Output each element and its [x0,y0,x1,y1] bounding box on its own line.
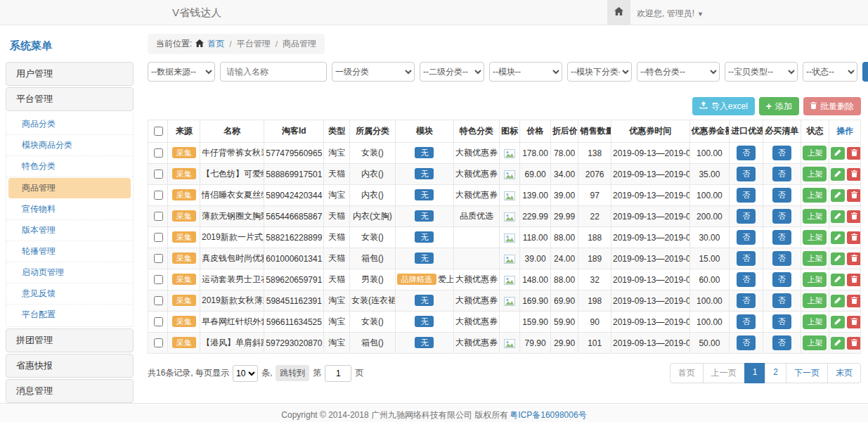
status-button[interactable]: 上架 [803,314,827,329]
jump-to-button[interactable]: 跳转到 [276,365,309,381]
filter-select-feature[interactable]: --特色分类-- [637,62,720,82]
sidebar-item[interactable]: 模块商品分类 [6,135,133,156]
pager-button[interactable]: 末页 [827,363,861,383]
sidebar-item[interactable]: 宣传物料 [6,199,133,220]
import-excel-button[interactable]: 导入excel [692,97,755,115]
status-button[interactable]: 上架 [803,335,827,350]
delete-button[interactable] [847,274,860,286]
edit-button[interactable] [831,147,845,160]
per-page-select[interactable]: 10 [233,365,258,382]
import-select-toggle[interactable]: 否 [737,146,756,160]
sidebar-section[interactable]: 消息管理 [6,379,134,403]
edit-button[interactable] [831,252,845,265]
row-checkbox[interactable] [154,233,163,242]
must-buy-toggle[interactable]: 否 [772,167,791,181]
import-select-toggle[interactable]: 否 [737,314,756,329]
filter-select-module[interactable]: --模块-- [489,62,562,82]
sidebar-item[interactable]: 意见反馈 [6,283,133,305]
icp-link[interactable]: 粤ICP备16098006号 [510,409,586,421]
select-all-checkbox[interactable] [154,127,163,136]
must-buy-toggle[interactable]: 否 [772,230,791,245]
home-button[interactable] [607,0,630,25]
must-buy-toggle[interactable]: 否 [772,335,791,350]
filter-select-status[interactable]: --状态-- [803,62,857,82]
filter-select-item-type[interactable]: --宝贝类型-- [725,62,798,82]
pager-button[interactable]: 2 [765,363,786,383]
status-button[interactable]: 上架 [803,293,827,308]
edit-button[interactable] [831,316,845,328]
edit-button[interactable] [831,231,845,244]
delete-button[interactable] [847,147,860,160]
sidebar-section[interactable]: 平台管理 [6,87,134,111]
must-buy-toggle[interactable]: 否 [772,146,791,160]
filter-select-module-sub[interactable]: --模块下分类-- [567,62,632,82]
delete-button[interactable] [847,189,860,202]
sidebar-item[interactable]: 商品管理 [8,178,131,198]
edit-button[interactable] [831,168,845,181]
batch-delete-button[interactable]: 批量删除 [803,97,861,115]
status-button[interactable]: 上架 [803,230,827,245]
delete-button[interactable] [847,168,860,181]
sidebar-item[interactable]: 轮播管理 [6,241,133,262]
status-button[interactable]: 上架 [803,167,827,181]
sidebar-item[interactable]: 平台配置 [6,305,133,325]
import-select-toggle[interactable]: 否 [737,188,756,203]
search-button[interactable]: 查询 [862,62,868,82]
must-buy-toggle[interactable]: 否 [772,188,791,203]
pager-button[interactable]: 下一页 [786,363,828,383]
must-buy-toggle[interactable]: 否 [772,272,791,287]
user-menu[interactable]: 欢迎您, 管理员!▼ [637,8,704,20]
row-checkbox[interactable] [154,296,163,305]
filter-select-level1[interactable]: 一级分类 [332,62,415,82]
delete-button[interactable] [847,316,860,328]
delete-button[interactable] [847,231,860,244]
import-select-toggle[interactable]: 否 [737,167,756,181]
must-buy-toggle[interactable]: 否 [772,209,791,224]
row-checkbox[interactable] [154,170,163,179]
row-checkbox[interactable] [154,148,163,158]
must-buy-toggle[interactable]: 否 [772,251,791,266]
page-number-input[interactable] [325,365,351,382]
must-buy-toggle[interactable]: 否 [772,314,791,329]
delete-button[interactable] [847,252,860,265]
import-select-toggle[interactable]: 否 [737,209,756,224]
row-checkbox[interactable] [154,191,163,200]
import-select-toggle[interactable]: 否 [737,293,756,308]
edit-button[interactable] [831,337,845,350]
edit-button[interactable] [831,274,845,286]
status-button[interactable]: 上架 [803,146,827,160]
row-checkbox[interactable] [154,338,163,347]
edit-button[interactable] [831,210,845,223]
breadcrumb-home-link[interactable]: 首页 [207,38,224,50]
edit-button[interactable] [831,295,845,307]
row-checkbox[interactable] [154,317,163,326]
row-checkbox[interactable] [154,254,163,263]
sidebar-item[interactable]: 商品分类 [6,114,133,135]
sidebar-section[interactable]: 拼团管理 [6,328,134,352]
delete-button[interactable] [847,337,860,350]
edit-button[interactable] [831,189,845,202]
sidebar-item[interactable]: 启动页管理 [6,262,133,283]
status-button[interactable]: 上架 [803,272,827,287]
row-checkbox[interactable] [154,212,163,221]
sidebar-item[interactable]: 版本管理 [6,220,133,241]
name-search-input[interactable] [220,62,327,82]
delete-button[interactable] [847,210,860,223]
filter-select-data-source[interactable]: --数据来源-- [148,62,215,82]
sidebar-section[interactable]: 用户管理 [6,62,134,86]
add-button[interactable]: + 添加 [759,97,799,115]
status-button[interactable]: 上架 [803,188,827,203]
filter-select-level2[interactable]: --二级分类-- [420,62,484,82]
must-buy-toggle[interactable]: 否 [772,293,791,308]
import-select-toggle[interactable]: 否 [737,272,756,287]
delete-button[interactable] [847,295,860,307]
pager-button[interactable]: 1 [744,363,766,383]
import-select-toggle[interactable]: 否 [737,335,756,350]
status-button[interactable]: 上架 [803,251,827,266]
import-select-toggle[interactable]: 否 [737,251,756,266]
import-select-toggle[interactable]: 否 [737,230,756,245]
sidebar-section[interactable]: 省惠快报 [6,354,134,378]
status-button[interactable]: 上架 [803,209,827,224]
row-checkbox[interactable] [154,275,163,284]
sidebar-item[interactable]: 特色分类 [6,156,133,177]
